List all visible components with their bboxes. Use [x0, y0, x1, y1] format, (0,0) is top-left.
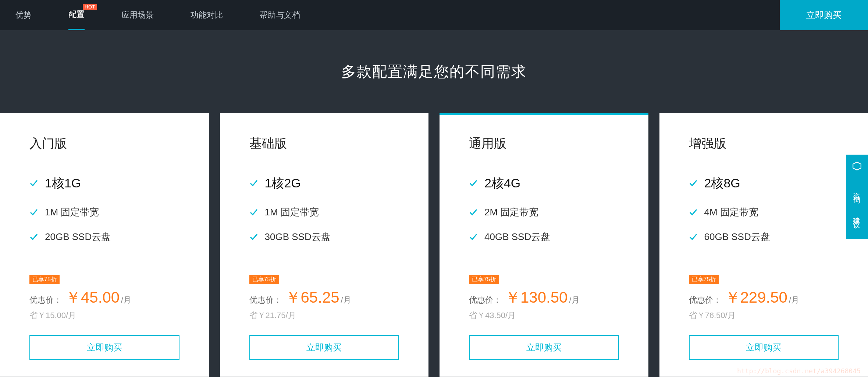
hexagon-icon	[852, 161, 862, 171]
plan-bandwidth: 1M 固定带宽	[29, 206, 179, 219]
save-line: 省￥43.50/月	[469, 310, 619, 321]
hero: 多款配置满足您的不同需求	[0, 30, 868, 113]
buy-button-label: 立即购买	[526, 342, 562, 353]
price-label: 优惠价：	[249, 295, 282, 306]
check-icon	[689, 179, 698, 188]
plan-bandwidth: 2M 固定带宽	[469, 206, 619, 219]
hot-badge: HOT	[83, 4, 97, 10]
plan-name: 入门版	[29, 135, 179, 152]
plan-spec-text: 1核1G	[45, 175, 81, 192]
check-icon	[689, 208, 698, 217]
nav-label: 配置	[68, 9, 85, 20]
buy-button[interactable]: 立即购买	[249, 335, 399, 360]
check-icon	[249, 179, 258, 188]
price-value: ￥229.50	[725, 287, 787, 308]
save-line: 省￥21.75/月	[249, 310, 399, 321]
plan-name: 增强版	[689, 135, 839, 152]
watermark: http://blog.csdn.net/a394268045	[737, 367, 861, 375]
nav-scenarios[interactable]: 应用场景	[121, 0, 154, 30]
check-icon	[249, 233, 258, 242]
check-icon	[469, 233, 478, 242]
plan-storage: 20GB SSD云盘	[29, 230, 179, 243]
feedback-tab[interactable]: 咨询 · 建议	[846, 155, 868, 239]
check-icon	[29, 208, 38, 217]
nav-docs[interactable]: 帮助与文档	[260, 0, 300, 30]
plan-spec: 1核1G	[29, 175, 179, 192]
check-icon	[29, 233, 38, 242]
plan-bandwidth-text: 2M 固定带宽	[484, 206, 538, 219]
plan-name: 基础版	[249, 135, 399, 152]
save-line: 省￥15.00/月	[29, 310, 179, 321]
check-icon	[249, 208, 258, 217]
nav-label: 帮助与文档	[260, 10, 300, 21]
plan-storage: 30GB SSD云盘	[249, 230, 399, 243]
feedback-label: 咨询 · 建议	[852, 187, 862, 219]
plan-spec: 2核4G	[469, 175, 619, 192]
plan-card-enhanced: 增强版 2核8G 4M 固定带宽 60GB SSD云盘 已享75折 优惠价： ￥…	[659, 113, 868, 377]
save-line: 省￥76.50/月	[689, 310, 839, 321]
plan-bandwidth-text: 1M 固定带宽	[265, 206, 319, 219]
buy-button[interactable]: 立即购买	[29, 335, 179, 360]
buy-now-button-top[interactable]: 立即购买	[780, 0, 868, 30]
plan-storage-text: 40GB SSD云盘	[484, 230, 550, 243]
plan-bandwidth: 4M 固定带宽	[689, 206, 839, 219]
price-block: 已享75折 优惠价： ￥65.25 /月 省￥21.75/月	[249, 275, 399, 321]
buy-button-label: 立即购买	[87, 342, 122, 353]
plan-storage-text: 20GB SSD云盘	[45, 230, 111, 243]
plan-spec-text: 2核4G	[484, 175, 520, 192]
price-block: 已享75折 优惠价： ￥130.50 /月 省￥43.50/月	[469, 275, 619, 321]
nav-compare[interactable]: 功能对比	[191, 0, 223, 30]
plan-bandwidth: 1M 固定带宽	[249, 206, 399, 219]
nav-advantages[interactable]: 优势	[15, 0, 32, 30]
price-line: 优惠价： ￥65.25 /月	[249, 287, 399, 308]
buy-now-label: 立即购买	[806, 9, 842, 21]
price-label: 优惠价：	[469, 295, 501, 306]
buy-button[interactable]: 立即购买	[689, 335, 839, 360]
discount-tag: 已享75折	[469, 275, 499, 284]
price-unit: /月	[121, 295, 131, 306]
price-label: 优惠价：	[29, 295, 62, 306]
price-line: 优惠价： ￥229.50 /月	[689, 287, 839, 308]
check-icon	[469, 208, 478, 217]
price-line: 优惠价： ￥45.00 /月	[29, 287, 179, 308]
nav-config[interactable]: 配置 HOT	[68, 0, 85, 30]
buy-button-label: 立即购买	[306, 342, 342, 353]
price-label: 优惠价：	[689, 295, 721, 306]
plan-spec-text: 2核8G	[704, 175, 740, 192]
pricing-cards: 入门版 1核1G 1M 固定带宽 20GB SSD云盘 已享75折 优惠价： ￥…	[0, 113, 868, 377]
nav-label: 应用场景	[121, 10, 154, 21]
discount-tag: 已享75折	[689, 275, 719, 284]
price-value: ￥45.00	[65, 287, 120, 308]
plan-storage-text: 60GB SSD云盘	[704, 230, 770, 243]
price-block: 已享75折 优惠价： ￥45.00 /月 省￥15.00/月	[29, 275, 179, 321]
buy-button[interactable]: 立即购买	[469, 335, 619, 360]
nav-label: 优势	[15, 10, 32, 21]
plan-bandwidth-text: 4M 固定带宽	[704, 206, 758, 219]
plan-spec: 1核2G	[249, 175, 399, 192]
check-icon	[29, 179, 38, 188]
hero-title: 多款配置满足您的不同需求	[341, 61, 527, 82]
price-block: 已享75折 优惠价： ￥229.50 /月 省￥76.50/月	[689, 275, 839, 321]
plan-card-basic: 基础版 1核2G 1M 固定带宽 30GB SSD云盘 已享75折 优惠价： ￥…	[220, 113, 429, 377]
nav-label: 功能对比	[191, 10, 223, 21]
price-unit: /月	[789, 295, 799, 306]
price-value: ￥130.50	[505, 287, 568, 308]
price-unit: /月	[569, 295, 579, 306]
check-icon	[689, 233, 698, 242]
plan-card-general: 通用版 2核4G 2M 固定带宽 40GB SSD云盘 已享75折 优惠价： ￥…	[440, 113, 648, 377]
plan-spec-text: 1核2G	[265, 175, 301, 192]
price-value: ￥65.25	[285, 287, 339, 308]
discount-tag: 已享75折	[249, 275, 280, 284]
plan-storage: 60GB SSD云盘	[689, 230, 839, 243]
price-line: 优惠价： ￥130.50 /月	[469, 287, 619, 308]
plan-storage: 40GB SSD云盘	[469, 230, 619, 243]
top-nav: 优势 配置 HOT 应用场景 功能对比 帮助与文档 立即购买	[0, 0, 868, 30]
svg-marker-0	[853, 162, 861, 170]
check-icon	[469, 179, 478, 188]
plan-spec: 2核8G	[689, 175, 839, 192]
discount-tag: 已享75折	[29, 275, 60, 284]
plan-storage-text: 30GB SSD云盘	[265, 230, 331, 243]
price-unit: /月	[341, 295, 351, 306]
buy-button-label: 立即购买	[746, 342, 781, 353]
plan-card-entry: 入门版 1核1G 1M 固定带宽 20GB SSD云盘 已享75折 优惠价： ￥…	[0, 113, 209, 377]
